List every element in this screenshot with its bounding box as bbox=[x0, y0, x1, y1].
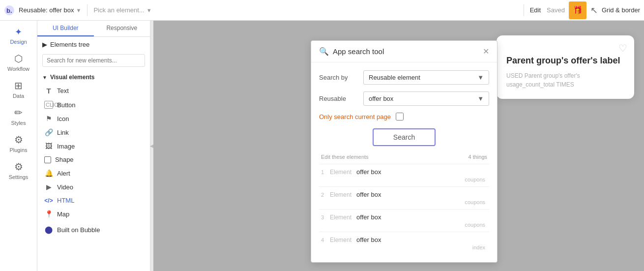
search-by-row: Search by Reusable element ▼ bbox=[319, 70, 489, 85]
search-button[interactable]: Search bbox=[373, 128, 436, 146]
elements-tree-label: Elements tree bbox=[50, 41, 89, 48]
result-item-3[interactable]: 3 Element offer box coupons bbox=[319, 209, 489, 232]
tab-ui-builder[interactable]: UI Builder bbox=[37, 21, 94, 36]
element-label-video: Video bbox=[57, 183, 73, 191]
element-picker[interactable]: Pick an element... ▼ bbox=[93, 6, 517, 14]
result-item-4[interactable]: 4 Element offer box index bbox=[319, 232, 489, 254]
built-on-bubble-icon: ⬤ bbox=[44, 226, 53, 234]
element-item-alert[interactable]: 🔔 Alert bbox=[37, 166, 150, 180]
search-elements-input[interactable] bbox=[42, 54, 145, 67]
sidebar-item-plugins[interactable]: ⚙ Plugins bbox=[0, 130, 37, 157]
sidebar-item-design[interactable]: ✦ Design bbox=[0, 23, 37, 49]
result-type-2: Element bbox=[330, 191, 351, 198]
tree-arrow-icon: ▶ bbox=[42, 41, 47, 48]
visual-elements-header[interactable]: ▼ Visual elements bbox=[37, 71, 150, 84]
result-name-2: offer box bbox=[356, 191, 381, 198]
result-item-1[interactable]: 1 Element offer box coupons bbox=[319, 164, 489, 186]
element-label-map: Map bbox=[57, 211, 69, 218]
settings-icon: ⚙ bbox=[14, 161, 23, 173]
styles-icon: ✏ bbox=[14, 107, 23, 119]
search-modal: 🔍 App search tool ✕ Search by Reusable e… bbox=[311, 40, 498, 263]
left-sidebar: ✦ Design ⬡ Workflow ⊞ Data ✏ Styles ⚙ Pl… bbox=[0, 21, 37, 271]
result-page-3: coupons bbox=[321, 222, 487, 228]
sidebar-label-plugins: Plugins bbox=[9, 147, 27, 153]
heart-icon: ♡ bbox=[618, 42, 627, 54]
modal-header: 🔍 App search tool ✕ bbox=[311, 41, 497, 62]
sidebar-item-styles[interactable]: ✏ Styles bbox=[0, 103, 37, 130]
modal-close-button[interactable]: ✕ bbox=[483, 47, 489, 56]
element-item-html[interactable]: </> HTML bbox=[37, 194, 150, 207]
element-item-image[interactable]: 🖼 Image bbox=[37, 139, 150, 153]
element-item-video[interactable]: ▶ Video bbox=[37, 180, 150, 194]
canvas-area: 🔍 App search tool ✕ Search by Reusable e… bbox=[153, 21, 644, 271]
sidebar-label-settings: Settings bbox=[9, 174, 29, 180]
element-picker-arrow: ▼ bbox=[146, 7, 152, 13]
visual-elements-label: Visual elements bbox=[50, 74, 95, 81]
results-count: 4 things bbox=[468, 154, 487, 160]
search-modal-icon: 🔍 bbox=[319, 47, 329, 56]
result-type-1: Element bbox=[330, 169, 351, 176]
search-by-select[interactable]: Reusable element ▼ bbox=[363, 70, 489, 85]
divider-1 bbox=[87, 4, 88, 16]
element-item-icon[interactable]: ⚑ Icon bbox=[37, 112, 150, 125]
saved-label: Saved bbox=[547, 6, 565, 14]
image-icon: 🖼 bbox=[44, 142, 53, 150]
grid-border-button[interactable]: Grid & border bbox=[602, 6, 640, 14]
search-by-arrow: ▼ bbox=[477, 74, 484, 81]
element-label-built-on-bubble: Built on Bubble bbox=[57, 226, 100, 234]
element-label-text: Text bbox=[57, 87, 69, 94]
sidebar-item-workflow[interactable]: ⬡ Workflow bbox=[0, 49, 37, 76]
element-item-map[interactable]: 📍 Map bbox=[37, 207, 150, 221]
topbar: b. Reusable: offer box ▼ Pick an element… bbox=[0, 0, 644, 21]
sidebar-label-styles: Styles bbox=[11, 120, 26, 126]
data-icon: ⊞ bbox=[14, 80, 23, 91]
reusable-select[interactable]: offer box ▼ bbox=[363, 91, 489, 106]
gift-button[interactable]: 🎁 bbox=[569, 1, 586, 19]
sidebar-label-data: Data bbox=[13, 93, 24, 99]
result-item-2[interactable]: 2 Element offer box coupons bbox=[319, 186, 489, 209]
sidebar-item-settings[interactable]: ⚙ Settings bbox=[0, 157, 37, 184]
reusable-selector[interactable]: Reusable: offer box ▼ bbox=[19, 6, 81, 14]
result-page-4: index bbox=[321, 244, 487, 250]
element-label-button: Button bbox=[57, 101, 76, 109]
results-edit-label: Edit these elements bbox=[321, 154, 369, 160]
result-num-3: 3 bbox=[321, 214, 327, 220]
button-icon: CLICK bbox=[44, 101, 53, 109]
cursor-button[interactable]: ↖ bbox=[590, 5, 598, 16]
modal-title-text: App search tool bbox=[333, 47, 384, 56]
result-name-3: offer box bbox=[356, 213, 381, 221]
element-item-text[interactable]: T Text bbox=[37, 84, 150, 98]
edit-button[interactable]: Edit bbox=[530, 6, 541, 14]
design-icon: ✦ bbox=[15, 27, 22, 37]
result-type-4: Element bbox=[330, 237, 351, 243]
offer-card-title: Parent group's offer's label bbox=[506, 55, 624, 66]
bubble-logo[interactable]: b. bbox=[4, 5, 15, 16]
sidebar-item-data[interactable]: ⊞ Data bbox=[0, 76, 37, 103]
result-num-1: 1 bbox=[321, 169, 327, 175]
reusable-value: offer box bbox=[369, 95, 393, 102]
element-label-html: HTML bbox=[57, 197, 74, 204]
offer-card-description: USED Parent group's offer's usage_count_… bbox=[506, 71, 624, 89]
elements-tree-header[interactable]: ▶ Elements tree bbox=[37, 37, 150, 52]
result-name-4: offer box bbox=[356, 236, 381, 243]
element-label-image: Image bbox=[57, 143, 75, 150]
element-item-button[interactable]: CLICK Button bbox=[37, 98, 150, 112]
edit-saved-area: Edit Saved bbox=[530, 6, 565, 14]
tab-responsive[interactable]: Responsive bbox=[94, 21, 150, 36]
element-label-icon: Icon bbox=[57, 115, 69, 122]
sidebar-label-workflow: Workflow bbox=[7, 66, 29, 72]
modal-title-area: 🔍 App search tool bbox=[319, 47, 384, 56]
result-num-4: 4 bbox=[321, 237, 327, 243]
offer-card: ♡ Parent group's offer's label USED Pare… bbox=[497, 35, 634, 99]
search-by-label: Search by bbox=[319, 74, 363, 81]
current-page-checkbox[interactable] bbox=[396, 113, 404, 120]
element-item-link[interactable]: 🔗 Link bbox=[37, 125, 150, 139]
element-item-shape[interactable]: Shape bbox=[37, 153, 150, 166]
result-name-1: offer box bbox=[356, 168, 381, 176]
result-num-2: 2 bbox=[321, 192, 327, 198]
reusable-arrow: ▼ bbox=[477, 95, 484, 102]
panel-tabs: UI Builder Responsive bbox=[37, 21, 150, 37]
plugins-icon: ⚙ bbox=[14, 134, 23, 146]
element-item-built-on-bubble[interactable]: ⬤ Built on Bubble bbox=[37, 223, 150, 237]
main-area: ✦ Design ⬡ Workflow ⊞ Data ✏ Styles ⚙ Pl… bbox=[0, 21, 644, 271]
